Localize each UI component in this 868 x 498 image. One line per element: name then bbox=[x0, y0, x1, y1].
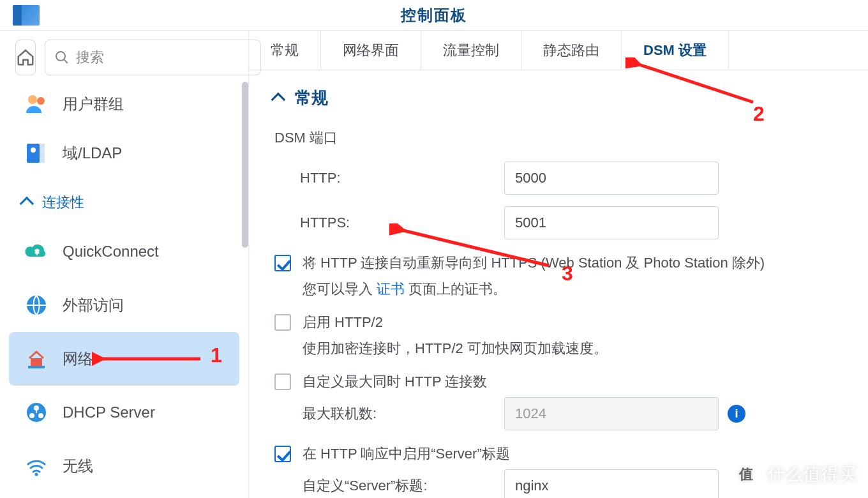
svg-point-14 bbox=[34, 405, 39, 411]
tab-traffic[interactable]: 流量控制 bbox=[421, 31, 521, 70]
custom-server-input[interactable] bbox=[504, 469, 719, 498]
annotation-number-3: 3 bbox=[562, 262, 573, 285]
sidebar-item-label: DHCP Server bbox=[63, 404, 155, 421]
maxconn-checkbox[interactable] bbox=[274, 374, 291, 390]
server-header-label: 在 HTTP 响应中启用“Server”标题 bbox=[303, 443, 510, 464]
sidebar-item-quickconnect[interactable]: QuickConnect bbox=[0, 225, 248, 278]
sidebar-item-label: 外部访问 bbox=[63, 295, 124, 315]
port-header: DSM 端口 bbox=[274, 128, 842, 147]
sidebar-item-label: 用户群组 bbox=[63, 94, 124, 114]
sidebar-item-wireless[interactable]: 无线 bbox=[0, 439, 248, 493]
http2-checkbox[interactable] bbox=[274, 314, 291, 331]
annotation-number-1: 1 bbox=[211, 343, 222, 367]
search-icon bbox=[54, 50, 70, 65]
home-icon bbox=[16, 48, 35, 67]
window-title: 控制面板 bbox=[40, 5, 828, 26]
sidebar-item-label: 域/LDAP bbox=[63, 143, 122, 163]
section-title: 常规 bbox=[295, 87, 328, 109]
dhcp-icon bbox=[23, 399, 50, 426]
tab-interface[interactable]: 网络界面 bbox=[321, 31, 421, 70]
chevron-up-icon bbox=[271, 92, 286, 107]
tab-general[interactable]: 常规 bbox=[249, 31, 321, 70]
maxconn-label: 自定义最大同时 HTTP 连接数 bbox=[303, 371, 487, 392]
redirect-https-row[interactable]: 将 HTTP 连接自动重新导向到 HTTPS (Web Station 及 Ph… bbox=[274, 252, 842, 273]
chevron-up-icon bbox=[20, 197, 34, 211]
svg-rect-5 bbox=[40, 144, 45, 163]
sidebar-list: 用户群组 域/LDAP 连接性 QuickConnect 外部访问 bbox=[0, 82, 248, 498]
sidebar-scrollbar[interactable] bbox=[242, 82, 248, 248]
sidebar-item-label: 网络 bbox=[63, 349, 93, 369]
tab-static-route[interactable]: 静态路由 bbox=[521, 31, 622, 70]
maxconn-input bbox=[504, 397, 719, 430]
sidebar-item-ldap[interactable]: 域/LDAP bbox=[0, 126, 248, 180]
content: 常规 网络界面 流量控制 静态路由 DSM 设置 2 常规 DSM 端口 HTT… bbox=[249, 31, 868, 498]
svg-point-6 bbox=[31, 147, 36, 153]
svg-point-2 bbox=[28, 95, 37, 104]
annotation-number-2: 2 bbox=[753, 102, 765, 126]
redirect-https-checkbox[interactable] bbox=[274, 255, 291, 271]
users-icon bbox=[23, 91, 50, 117]
redirect-https-label: 将 HTTP 连接自动重新导向到 HTTPS (Web Station 及 Ph… bbox=[303, 252, 765, 273]
server-header-checkbox[interactable] bbox=[274, 446, 291, 462]
svg-rect-4 bbox=[27, 144, 40, 163]
tab-dsm-settings[interactable]: DSM 设置 bbox=[622, 31, 729, 70]
annotation-arrow-1 bbox=[92, 351, 207, 370]
settings-panel: 常规 DSM 端口 HTTP: HTTPS: 将 HTTP 连接自动重新导向到 … bbox=[249, 70, 868, 498]
watermark: 值 什么值得买 bbox=[731, 460, 857, 489]
maxconn-field-label: 最大联机数: bbox=[303, 404, 504, 423]
sidebar-item-usergroup[interactable]: 用户群组 bbox=[0, 82, 248, 126]
sidebar-item-label: 无线 bbox=[63, 456, 93, 476]
titlebar: 控制面板 bbox=[0, 0, 868, 31]
http-label: HTTP: bbox=[300, 170, 504, 186]
custom-server-label: 自定义“Server”标题: bbox=[303, 476, 504, 495]
sidebar-group-connectivity[interactable]: 连接性 bbox=[0, 180, 248, 225]
watermark-icon: 值 bbox=[731, 460, 761, 489]
sidebar: 用户群组 域/LDAP 连接性 QuickConnect 外部访问 bbox=[0, 31, 249, 498]
search-input[interactable] bbox=[76, 49, 251, 66]
sidebar-item-dhcp[interactable]: DHCP Server bbox=[0, 386, 248, 439]
tabs: 常规 网络界面 流量控制 静态路由 DSM 设置 bbox=[249, 31, 868, 70]
https-port-input[interactable] bbox=[504, 206, 719, 239]
http-port-input[interactable] bbox=[504, 162, 719, 195]
app-icon bbox=[13, 5, 40, 26]
home-button[interactable] bbox=[15, 40, 36, 75]
watermark-text: 什么值得买 bbox=[767, 462, 857, 487]
search-box[interactable] bbox=[45, 40, 261, 75]
svg-line-1 bbox=[64, 59, 68, 63]
cloud-icon bbox=[23, 238, 50, 265]
sidebar-item-network[interactable]: 网络 1 bbox=[9, 332, 239, 386]
svg-rect-8 bbox=[31, 358, 42, 366]
sidebar-item-security[interactable]: 安全性 bbox=[0, 493, 248, 498]
sidebar-group-label: 连接性 bbox=[42, 193, 84, 212]
network-icon bbox=[23, 345, 50, 372]
http2-label: 启用 HTTP/2 bbox=[303, 312, 383, 333]
cert-link[interactable]: 证书 bbox=[377, 281, 405, 297]
wifi-icon bbox=[23, 453, 50, 479]
sidebar-item-label: QuickConnect bbox=[63, 243, 159, 260]
info-icon[interactable]: i bbox=[728, 405, 745, 423]
https-label: HTTPS: bbox=[300, 215, 504, 231]
sidebar-item-external-access[interactable]: 外部访问 bbox=[0, 278, 248, 332]
svg-rect-9 bbox=[28, 366, 45, 368]
ldap-icon bbox=[23, 140, 50, 167]
http2-hint: 使用加密连接时，HTTP/2 可加快网页加载速度。 bbox=[303, 339, 842, 358]
http2-row[interactable]: 启用 HTTP/2 bbox=[274, 312, 842, 333]
svg-point-3 bbox=[37, 97, 45, 105]
svg-point-15 bbox=[35, 473, 38, 476]
maxconn-row[interactable]: 自定义最大同时 HTTP 连接数 bbox=[274, 371, 842, 392]
svg-point-0 bbox=[56, 52, 65, 61]
globe-icon bbox=[23, 292, 50, 319]
